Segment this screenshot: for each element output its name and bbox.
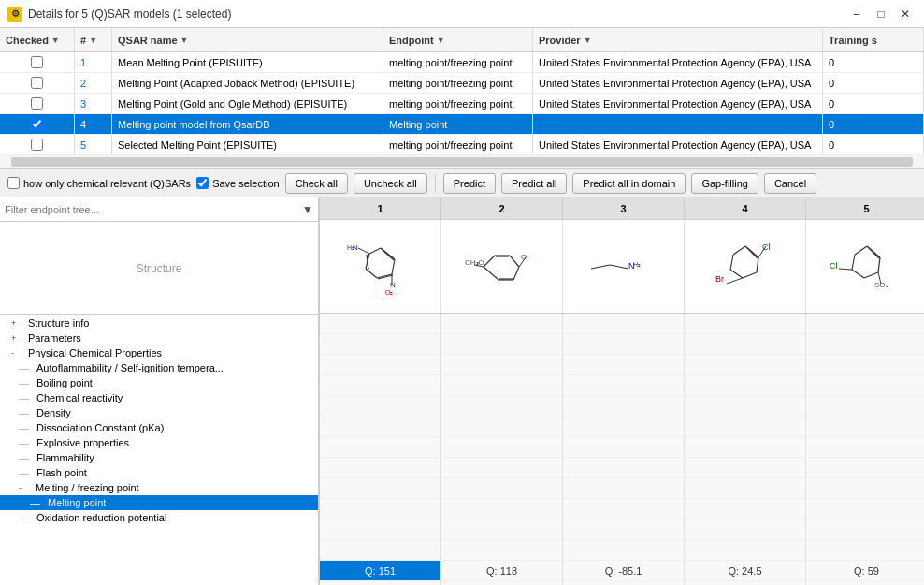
filter-endpoint-input[interactable] [5,204,302,215]
tree-item[interactable]: —Dissociation Constant (pKa) [0,420,318,435]
row-checkbox[interactable] [31,77,43,89]
data-cell [806,375,924,395]
tree-item[interactable]: -Melting / freezing point [0,480,318,495]
maximize-button[interactable]: □ [870,5,892,23]
provider-filter-icon[interactable]: ▼ [584,36,592,45]
name-filter-icon[interactable]: ▼ [180,36,189,45]
data-cell [806,540,924,560]
row-checkbox[interactable] [31,56,43,68]
svg-line-6 [382,249,394,260]
show-only-checkbox-group: how only chemical relevant (Q)SARs [7,177,191,189]
data-row [320,458,924,478]
svg-line-33 [743,272,757,278]
close-button[interactable]: ✕ [894,5,917,23]
data-cell [320,396,441,416]
row-training-cell: 0 [823,52,924,72]
filter-funnel-icon[interactable]: ▼ [302,203,313,216]
row-endpoint-cell: melting point/freezing point [383,94,533,113]
predict-all-button[interactable]: Predict all [501,173,567,194]
data-cell [563,417,685,436]
data-cell [685,355,806,374]
data-cell [806,478,924,498]
cancel-button[interactable]: Cancel [764,173,816,194]
tree-item[interactable]: —Autoflammability / Self-ignition temper… [0,360,318,375]
toolbar-separator-1 [435,174,436,193]
data-cell [441,478,563,498]
tree-dash-icon: — [19,452,29,463]
tree-item[interactable]: —Melting point [0,495,318,510]
molecule-cell: Br Cl [685,220,806,313]
row-checkbox[interactable] [31,139,43,151]
tree-item[interactable]: —Explosive properties [0,435,318,450]
show-only-checkbox[interactable] [7,177,20,189]
data-cell [563,540,685,560]
tree-item[interactable]: —Flash point [0,465,318,480]
num-filter-icon[interactable]: ▼ [89,36,97,45]
data-cell [563,314,685,333]
data-cell [441,334,563,354]
data-row [320,375,924,396]
minimize-button[interactable]: – [845,5,868,23]
tree-item-label: Dissociation Constant (pKa) [36,422,164,433]
row-name-cell: Melting Point (Gold and Ogle Method) (EP… [112,94,383,113]
endpoint-filter-icon[interactable]: ▼ [437,36,445,45]
endpoint-tree[interactable]: +Structure info+Parameters-Physical Chem… [0,315,318,585]
table-row[interactable]: 3 Melting Point (Gold and Ogle Method) (… [0,94,924,114]
table-row[interactable]: 4 Melting point model from QsarDB Meltin… [0,114,924,135]
data-cell [806,334,924,354]
structure-label: Structure [137,262,182,275]
molecule-cell: Cl SO₂ [806,220,924,313]
svg-line-3 [366,269,377,278]
title-bar-left: ⚙ Details for 5 (Q)SAR models (1 selecte… [7,7,231,22]
data-cell [685,314,806,333]
svg-line-17 [510,256,519,267]
table-row[interactable]: 2 Melting Point (Adapted Joback Method) … [0,73,924,94]
data-row [320,396,924,417]
hscroll-handle[interactable] [11,157,913,167]
tree-item[interactable]: —Boiling point [0,375,318,390]
data-cell [441,581,563,585]
row-checkbox[interactable] [31,97,43,110]
data-cell [563,396,685,416]
table-body: 1 Mean Melting Point (EPISUITE) melting … [0,52,924,155]
tree-item[interactable]: —Chemical reactivity [0,390,318,405]
svg-line-27 [591,265,610,269]
data-cell [320,499,441,519]
table-row[interactable]: 5 Selected Melting Point (EPISUITE) melt… [0,135,924,155]
data-row [320,581,924,585]
tree-item[interactable]: -Physical Chemical Properties [0,345,318,360]
gap-filling-button[interactable]: Gap-filling [691,173,758,194]
save-selection-checkbox[interactable] [196,177,209,189]
tree-item[interactable]: +Parameters [0,330,318,345]
svg-line-47 [855,246,867,255]
uncheck-all-button[interactable]: Uncheck all [354,173,427,194]
tree-item[interactable]: +Structure info [0,315,318,330]
data-cell [441,355,563,374]
svg-text:H₂: H₂ [633,261,641,268]
predict-button[interactable]: Predict [443,173,496,194]
tree-dash-icon: — [19,512,29,523]
checked-filter-icon[interactable]: ▼ [51,36,60,45]
row-endpoint-cell: Melting point [383,114,533,134]
predict-all-domain-button[interactable]: Predict all in domain [572,173,686,194]
data-cell [441,519,563,539]
tree-item[interactable]: —Flammability [0,450,318,465]
th-provider: Provider ▼ [533,28,823,51]
qsar-table-section: Checked ▼ # ▼ QSAR name ▼ Endpoint ▼ Pro… [0,28,924,169]
data-cell [685,519,806,539]
column-header: 3 [563,197,685,219]
tree-item[interactable]: —Density [0,405,318,420]
tree-item[interactable]: —Oxidation reduction potential [0,510,318,525]
horizontal-scrollbar[interactable] [0,155,924,168]
row-checkbox[interactable] [31,118,43,130]
check-all-button[interactable]: Check all [285,173,348,194]
svg-line-44 [864,272,878,278]
svg-line-45 [852,270,864,278]
data-cell: Q: 118 [441,561,563,580]
tree-expand-icon: - [19,483,30,492]
title-bar: ⚙ Details for 5 (Q)SAR models (1 selecte… [0,0,924,28]
show-only-label: how only chemical relevant (Q)SARs [23,178,191,189]
tree-item-label: Parameters [28,332,81,344]
table-row[interactable]: 1 Mean Melting Point (EPISUITE) melting … [0,52,924,73]
data-cell: Q: 151 [320,561,441,580]
